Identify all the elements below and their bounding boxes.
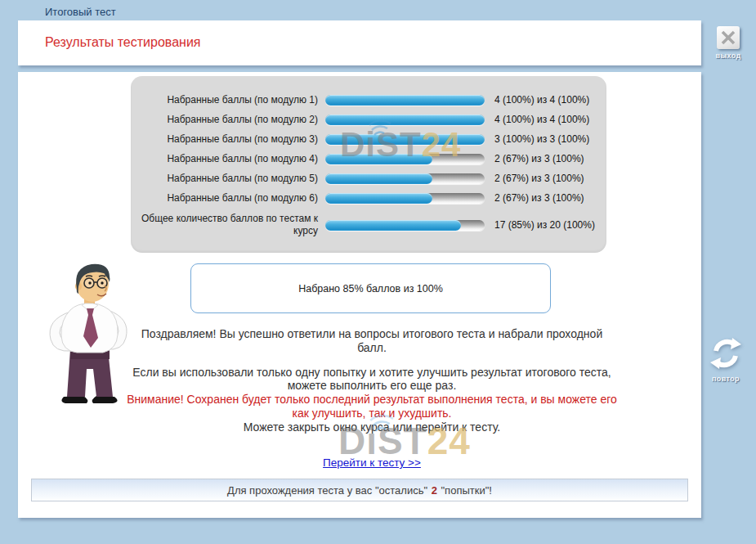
repeat-button-label: повтор (703, 375, 749, 383)
page-title: Результаты тестирования (45, 35, 200, 50)
progress-bar-fill (325, 193, 432, 204)
score-value: 2 (67%) из 3 (100%) (494, 153, 584, 164)
score-label: Общее количество баллов по тестам к курс… (141, 213, 325, 236)
score-value: 4 (100%) из 4 (100%) (494, 114, 589, 125)
score-value: 3 (100%) из 3 (100%) (494, 133, 589, 145)
close-info-text: Можете закрыть окно курса или перейти к … (127, 420, 617, 434)
attempts-count: 2 (431, 484, 438, 497)
score-label: Набранные баллы (по модулю 4) (141, 153, 325, 165)
exit-button-label: выход (705, 52, 751, 60)
progress-bar-track (325, 173, 485, 184)
results-header-panel: Результаты тестирования (18, 20, 701, 65)
progress-bar-track (325, 220, 485, 231)
score-value: 4 (100%) из 4 (100%) (494, 94, 589, 106)
score-label: Набранные баллы (по модулю 5) (141, 173, 325, 185)
score-label: Набранные баллы (по модулю 1) (141, 94, 325, 106)
progress-bar-fill (325, 220, 461, 231)
score-summary-box: Набрано 85% баллов из 100% (190, 263, 551, 313)
progress-bar-track (325, 134, 485, 145)
score-value: 2 (67%) из 3 (100%) (494, 192, 584, 204)
warning-text: Внимание! Сохранен будет только последни… (127, 393, 617, 420)
repeat-icon (709, 337, 742, 370)
score-label: Набранные баллы (по модулю 6) (141, 192, 325, 205)
score-value: 17 (85%) из 20 (100%) (494, 219, 595, 231)
congrats-text: Поздравляем! Вы успешно ответили на вопр… (127, 327, 617, 355)
retry-info-text: Если вы использовали только одну попытку… (127, 366, 617, 393)
progress-bar-track (325, 154, 485, 164)
attempts-text: Для прохождения теста у вас "остались" 2… (227, 484, 492, 497)
score-row: Набранные баллы (по модулю 2) 4 (100%) и… (131, 110, 606, 129)
progress-bar-fill (325, 173, 432, 184)
module-scores-box: Набранные баллы (по модулю 1) 4 (100%) и… (131, 76, 606, 253)
progress-bar-fill (325, 95, 485, 106)
score-row: Набранные баллы (по модулю 1) 4 (100%) и… (131, 90, 606, 110)
progress-bar-fill (325, 115, 485, 125)
go-to-test-link[interactable]: Перейти к тесту >> (323, 456, 421, 469)
close-icon (717, 26, 740, 49)
score-row: Набранные баллы (по модулю 3) 3 (100%) и… (131, 129, 606, 149)
progress-bar-track (325, 193, 485, 204)
score-row-total: Общее количество баллов по тестам к курс… (131, 208, 606, 242)
progress-bar-fill (325, 134, 485, 145)
results-main-panel: Набранные баллы (по модулю 1) 4 (100%) и… (18, 72, 701, 518)
score-row: Набранные баллы (по модулю 4) 2 (67%) из… (131, 149, 606, 169)
score-label: Набранные баллы (по модулю 3) (141, 133, 325, 146)
progress-bar-track (325, 115, 485, 125)
window-title: Итоговый тест (45, 6, 116, 18)
exit-button[interactable]: выход (705, 26, 751, 60)
score-summary-text: Набрано 85% баллов из 100% (298, 283, 443, 294)
progress-bar-fill (325, 154, 432, 164)
attempts-remaining-bar: Для прохождения теста у вас "остались" 2… (31, 479, 688, 501)
repeat-button[interactable]: повтор (703, 337, 749, 383)
result-messages: Поздравляем! Вы успешно ответили на вопр… (127, 327, 617, 434)
score-row: Набранные баллы (по модулю 6) 2 (67%) из… (131, 188, 606, 208)
progress-bar-track (325, 95, 485, 106)
score-row: Набранные баллы (по модулю 5) 2 (67%) из… (131, 169, 606, 188)
score-value: 2 (67%) из 3 (100%) (494, 173, 584, 184)
score-label: Набранные баллы (по модулю 2) (141, 114, 325, 126)
